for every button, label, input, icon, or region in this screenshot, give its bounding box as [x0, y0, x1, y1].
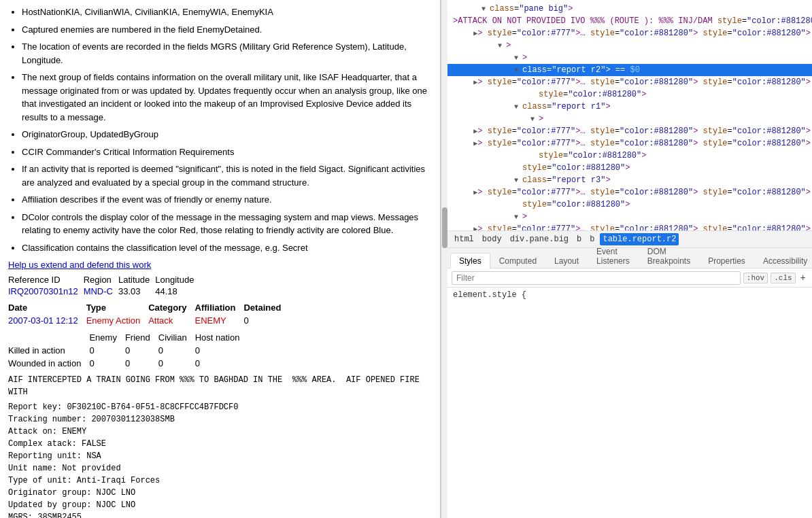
ref-id-link[interactable]: IRQ20070301n12: [8, 286, 78, 296]
cas-cell: 0: [125, 344, 158, 357]
devtools-tab-event-listeners[interactable]: Event Listeners: [588, 243, 639, 269]
devtools-panel: class="pane big"> >ATTACK ON NOT PROVIDE…: [447, 0, 812, 518]
tree-line[interactable]: >: [447, 52, 812, 64]
ref-data-cell: IRQ20070301n12: [8, 286, 84, 297]
tree-line[interactable]: > style="color:#777">… style="color:#881…: [447, 186, 812, 198]
tree-line[interactable]: >: [447, 211, 812, 223]
tree-content: style="color:#881280">: [539, 151, 646, 160]
tree-content: > style="color:#777">… style="color:#881…: [477, 29, 811, 38]
tree-line[interactable]: class="report r1">: [447, 101, 812, 113]
bullet-item: HostNationKIA, CivilianWIA, CivilianKIA,…: [22, 5, 432, 19]
tree-content: >: [522, 212, 527, 222]
filter-input[interactable]: [452, 271, 741, 285]
tree-triangle[interactable]: [530, 91, 539, 99]
tree-content: class="pane big">: [490, 4, 573, 14]
cas-cell: 0: [195, 344, 248, 357]
devtools-tab-computed[interactable]: Computed: [490, 253, 545, 269]
tree-line[interactable]: > style="color:#777">… style="color:#881…: [447, 137, 812, 150]
devtools-tab-styles[interactable]: Styles: [450, 253, 490, 269]
devtools-tab-dom-breakpoints[interactable]: DOM Breakpoints: [639, 243, 699, 269]
tree-triangle[interactable]: [514, 54, 522, 62]
ref-region-link[interactable]: MND-C: [84, 286, 113, 296]
tree-line[interactable]: >: [447, 39, 812, 52]
scrollbar-thumb[interactable]: [442, 207, 447, 248]
tree-content: > style="color:#777">… style="color:#881…: [477, 139, 811, 148]
filter-add-button[interactable]: +: [798, 273, 808, 283]
tree-line[interactable]: style="color:#881280">: [447, 162, 812, 174]
cas-header: Friend: [125, 331, 158, 344]
bullet-item: The location of events are recorded in t…: [22, 40, 432, 67]
styles-content: element.style {: [447, 288, 812, 518]
filter-hov-button[interactable]: :hov: [743, 273, 768, 283]
tree-triangle[interactable]: [514, 103, 522, 111]
cas-header: Enemy: [89, 331, 124, 344]
cas-header: [8, 331, 89, 344]
bullet-item: CCIR Commander's Critical Information Re…: [22, 145, 432, 159]
bullet-list: HostNationKIA, CivilianWIA, CivilianKIA,…: [8, 5, 432, 254]
tree-content: >ATTACK ON NOT PROVIDED IVO %%% (ROUTE )…: [453, 16, 812, 26]
bullet-item: Affiliation describes if the event was o…: [22, 193, 432, 207]
tree-triangle[interactable]: [498, 42, 506, 50]
tree-content: class="report r1">: [522, 102, 611, 111]
tree-triangle[interactable]: [514, 177, 522, 184]
devtools-tree[interactable]: class="pane big"> >ATTACK ON NOT PROVIDE…: [447, 0, 812, 230]
event-header-cell: Date: [8, 301, 86, 314]
reference-table: Reference IDRegionLatitudeLongitude IRQ2…: [8, 274, 199, 297]
event-header-cell: Detained: [243, 301, 289, 314]
tree-triangle[interactable]: [481, 5, 490, 13]
tree-content: class="report r2"> == $0: [522, 65, 640, 75]
tree-line[interactable]: style="color:#881280">: [447, 150, 812, 162]
breadcrumb-item[interactable]: b: [574, 233, 584, 245]
ref-header-cell: Region: [84, 274, 118, 286]
tree-triangle[interactable]: [514, 201, 522, 209]
tree-line[interactable]: class="pane big">: [447, 3, 812, 15]
help-link[interactable]: Help us extend and defend this work: [8, 260, 151, 270]
event-date-link[interactable]: 2007-03-01 12:12: [8, 315, 78, 326]
tree-line[interactable]: style="color:#881280">: [447, 88, 812, 101]
tree-content: >: [539, 114, 543, 124]
event-header-cell: Affiliation: [195, 301, 244, 314]
breadcrumb-item[interactable]: div.pane.big: [507, 233, 571, 245]
tree-content: style="color:#881280">: [522, 200, 630, 209]
tree-triangle[interactable]: [514, 67, 522, 74]
tree-line[interactable]: > style="color:#777">… style="color:#881…: [447, 125, 812, 137]
tree-line[interactable]: >: [447, 113, 812, 125]
tree-content: style="color:#881280">: [522, 163, 630, 173]
tree-line[interactable]: class="report r3">: [447, 174, 812, 186]
event-type-link[interactable]: Enemy Action: [86, 315, 141, 326]
event-affiliation-link[interactable]: ENEMY: [195, 315, 226, 326]
devtools-tab-layout[interactable]: Layout: [545, 253, 588, 269]
event-header-cell: Category: [148, 301, 194, 314]
tree-content: style="color:#881280">: [539, 90, 646, 99]
cas-cell: Killed in action: [8, 344, 89, 357]
tree-line[interactable]: style="color:#881280">: [447, 198, 812, 211]
filter-cls-button[interactable]: .cls: [771, 273, 795, 283]
cas-header: Host nation: [195, 331, 248, 344]
cas-cell: 0: [125, 357, 158, 370]
tree-line[interactable]: >ATTACK ON NOT PROVIDED IVO %%% (ROUTE )…: [447, 15, 812, 27]
breadcrumb-item[interactable]: body: [479, 233, 505, 245]
tree-line[interactable]: > style="color:#777">… style="color:#881…: [447, 27, 812, 39]
event-category-link[interactable]: Attack: [148, 315, 173, 326]
tree-line[interactable]: > style="color:#777">… style="color:#881…: [447, 223, 812, 230]
tree-triangle[interactable]: [530, 116, 539, 123]
event-header-cell: Type: [86, 301, 149, 314]
left-scrollbar[interactable]: [441, 0, 447, 518]
tree-content: > style="color:#777">… style="color:#881…: [477, 77, 811, 87]
cas-cell: 0: [89, 357, 124, 370]
devtools-tab-accessibility[interactable]: Accessibility: [754, 253, 812, 269]
breadcrumb-item[interactable]: html: [452, 233, 477, 245]
tree-line[interactable]: class="report r2"> == $0: [447, 64, 812, 76]
tree-triangle[interactable]: [514, 165, 522, 172]
tree-line[interactable]: > style="color:#777">… style="color:#881…: [447, 76, 812, 88]
event-data-cell: 0: [243, 314, 289, 327]
cas-cell: 0: [158, 344, 195, 357]
tree-triangle[interactable]: [530, 152, 539, 160]
bullet-item: OriginatorGroup, UpdatedByGroup: [22, 128, 432, 141]
devtools-tab-properties[interactable]: Properties: [699, 253, 754, 269]
bullet-item: DColor controls the display color of the…: [22, 211, 432, 237]
event-data-cell: ENEMY: [195, 314, 244, 327]
tree-triangle[interactable]: [514, 213, 522, 221]
ref-header-cell: Reference ID: [8, 274, 84, 286]
bullet-item: The next group of fields contains inform…: [22, 71, 432, 124]
